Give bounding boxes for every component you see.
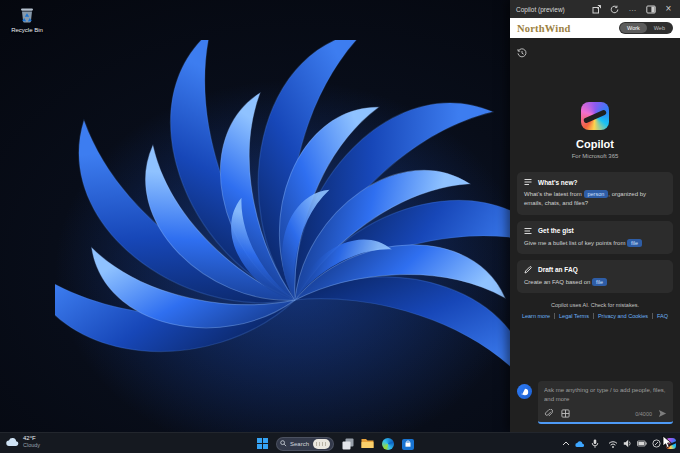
copilot-app-name: Copilot	[576, 138, 614, 150]
work-web-toggle: Work Web	[619, 22, 673, 34]
new-topic-button[interactable]	[517, 384, 532, 399]
search-icon	[280, 440, 287, 447]
edge-browser-button[interactable]	[381, 437, 394, 450]
attach-paperclip-icon[interactable]	[544, 409, 553, 418]
chat-input-box: 0/4000	[538, 381, 673, 424]
chat-input[interactable]	[544, 386, 667, 406]
panel-title: Copilot (preview)	[516, 6, 565, 13]
privacy-cookies-link[interactable]: Privacy and Cookies	[594, 313, 653, 319]
search-highlight-badge[interactable]	[313, 439, 330, 449]
apps-grid-icon[interactable]	[561, 409, 570, 418]
whats-new-icon	[524, 178, 532, 186]
more-options-icon[interactable]: …	[627, 4, 638, 15]
copilot-panel: Copilot (preview) …	[510, 0, 680, 432]
windows-ink-pen-icon[interactable]	[652, 438, 662, 450]
card-title: What's new?	[538, 179, 577, 186]
battery-icon[interactable]	[637, 438, 647, 450]
microsoft-store-button[interactable]	[401, 437, 414, 450]
taskbar-search[interactable]: Search	[276, 437, 334, 451]
faq-link[interactable]: FAQ	[653, 313, 672, 319]
panel-titlebar: Copilot (preview) …	[510, 0, 680, 18]
recycle-bin[interactable]: Recycle Bin	[6, 5, 48, 33]
task-view-button[interactable]	[341, 437, 354, 450]
copilot-subtitle: For Microsoft 365	[572, 153, 619, 159]
bloom-wallpaper-graphic	[55, 40, 525, 440]
volume-icon[interactable]	[623, 438, 633, 450]
toggle-option-work[interactable]: Work	[620, 23, 647, 33]
close-icon[interactable]: ×	[663, 4, 674, 15]
history-icon[interactable]	[517, 48, 527, 58]
copilot-hero: Copilot For Microsoft 365	[517, 102, 673, 159]
mouse-cursor	[662, 435, 674, 449]
refresh-icon[interactable]	[609, 4, 620, 15]
send-icon[interactable]	[658, 409, 667, 418]
pencil-icon	[524, 266, 532, 274]
recycle-bin-label: Recycle Bin	[6, 27, 48, 33]
panel-body: Copilot For Microsoft 365 What's new? Wh…	[510, 38, 680, 432]
ai-disclaimer: Copilot uses AI. Check for mistakes. Lea…	[517, 302, 673, 319]
summary-lines-icon	[524, 227, 532, 235]
file-explorer-button[interactable]	[361, 437, 374, 450]
weather-widget[interactable]: 42°F Cloudy	[6, 435, 40, 449]
card-body: What's the latest from person, organized…	[524, 190, 666, 209]
card-title: Draft an FAQ	[538, 266, 578, 273]
prompt-card-whats-new[interactable]: What's new? What's the latest from perso…	[517, 172, 673, 215]
chat-composer: 0/4000	[517, 381, 673, 424]
brand-bar: NorthWind Work Web	[510, 18, 680, 38]
wifi-icon[interactable]	[608, 438, 618, 450]
file-chip[interactable]: file	[592, 278, 607, 286]
legal-terms-link[interactable]: Legal Terms	[555, 313, 594, 319]
dock-panel-icon[interactable]	[645, 4, 656, 15]
char-counter: 0/4000	[635, 411, 652, 417]
ai-disclaimer-text: Copilot uses AI. Check for mistakes.	[517, 302, 673, 308]
card-body: Create an FAQ based on file	[524, 278, 666, 287]
screen: Recycle Bin Copilot (preview) …	[0, 0, 680, 453]
toggle-option-web[interactable]: Web	[647, 23, 672, 33]
cloud-icon	[6, 437, 19, 447]
taskbar: 42°F Cloudy Search	[0, 432, 680, 453]
card-body-text: Give me a bullet list of key points from	[524, 240, 627, 246]
search-label: Search	[290, 441, 309, 447]
onedrive-icon[interactable]	[575, 438, 585, 450]
disclaimer-links: Learn more Legal Terms Privacy and Cooki…	[517, 313, 673, 319]
open-in-new-window-icon[interactable]	[591, 4, 602, 15]
brand-logo: NorthWind	[517, 23, 571, 34]
start-button[interactable]	[256, 437, 269, 450]
weather-temperature: 42°F	[23, 435, 40, 442]
card-body: Give me a bullet list of key points from…	[524, 239, 666, 248]
card-body-text: What's the latest from	[524, 191, 584, 197]
microphone-icon[interactable]	[590, 438, 600, 450]
prompt-card-get-the-gist[interactable]: Get the gist Give me a bullet list of ke…	[517, 221, 673, 254]
person-chip[interactable]: person	[584, 190, 609, 198]
recycle-bin-icon	[17, 5, 37, 25]
prompt-card-draft-faq[interactable]: Draft an FAQ Create an FAQ based on file	[517, 260, 673, 293]
hidden-icons-chevron-icon[interactable]	[561, 438, 571, 450]
weather-condition: Cloudy	[23, 442, 40, 449]
file-chip[interactable]: file	[627, 239, 642, 247]
system-tray	[561, 433, 677, 453]
card-title: Get the gist	[538, 227, 574, 234]
learn-more-link[interactable]: Learn more	[518, 313, 555, 319]
copilot-logo-icon	[581, 102, 609, 130]
prompt-cards: What's new? What's the latest from perso…	[517, 172, 673, 293]
card-body-text: Create an FAQ based on	[524, 279, 592, 285]
